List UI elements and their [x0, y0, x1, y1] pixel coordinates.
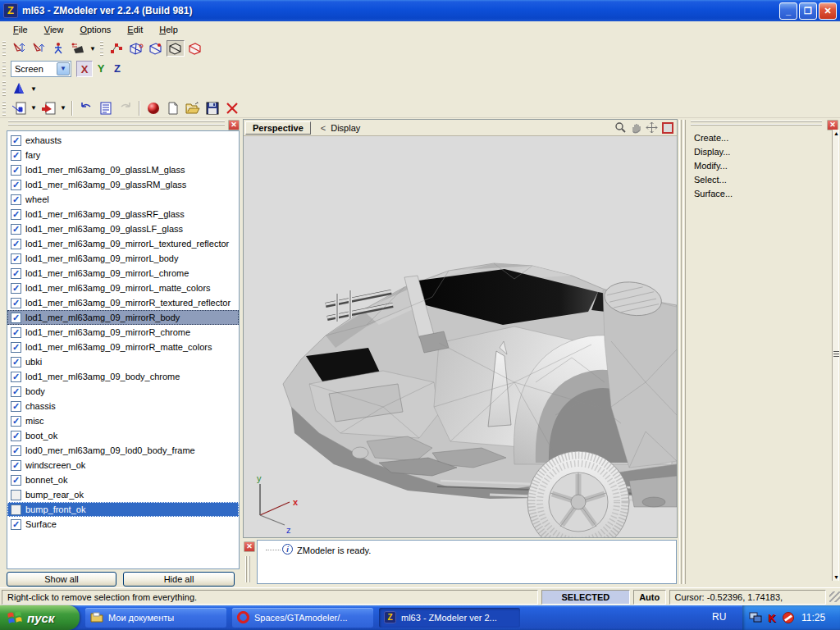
network-icon[interactable]	[749, 611, 762, 624]
list-item[interactable]: ✓lod1_mer_ml63amg_09_mirrorL_textured_re…	[7, 236, 239, 251]
orbit-icon[interactable]	[645, 121, 659, 135]
item-checkbox[interactable]: ✓	[11, 253, 21, 264]
edges-level-icon[interactable]	[127, 40, 145, 57]
item-checkbox[interactable]: ✓	[11, 401, 21, 412]
language-indicator[interactable]: RU	[712, 611, 726, 623]
item-checkbox[interactable]: ✓	[11, 135, 21, 146]
dropdown-caret-icon[interactable]: ▼	[30, 104, 37, 112]
kaspersky-icon[interactable]: K	[765, 611, 778, 624]
blocked-icon[interactable]	[782, 611, 795, 624]
menu-file[interactable]: File	[5, 23, 36, 36]
maximize-viewport-icon[interactable]	[660, 121, 674, 135]
undo-icon[interactable]	[77, 100, 95, 116]
list-item[interactable]: bump_rear_ok	[7, 487, 239, 502]
mode-indicator[interactable]: SELECTED MODE	[541, 590, 630, 605]
item-checkbox[interactable]: ✓	[11, 372, 21, 382]
panel-grip[interactable]	[8, 121, 225, 127]
list-item[interactable]: ✓lod1_mer_ml63amg_09_mirrorL_matte_color…	[7, 281, 239, 295]
open-file-icon[interactable]	[184, 100, 202, 116]
vertices-level-icon[interactable]	[107, 40, 126, 57]
auto-toggle[interactable]: Auto	[633, 590, 666, 605]
panel-grip[interactable]	[245, 556, 252, 582]
list-item[interactable]: ✓wheel	[7, 192, 239, 207]
viewport-menu-label[interactable]: Display	[331, 123, 360, 133]
axis-y-button[interactable]: Y	[93, 61, 109, 77]
dropdown-caret-icon[interactable]: ▼	[30, 85, 37, 93]
menu-back-arrow[interactable]: <	[321, 123, 326, 133]
toolbar-grip[interactable]	[2, 41, 6, 56]
zoom-icon[interactable]	[614, 121, 628, 135]
task-button[interactable]: Zml63 - ZModeler ver 2...	[379, 608, 520, 628]
clock[interactable]: 11:25	[801, 612, 825, 623]
item-checkbox[interactable]: ✓	[11, 445, 21, 456]
item-checkbox[interactable]: ✓	[11, 460, 21, 471]
resize-grip[interactable]	[829, 591, 840, 602]
viewport-canvas[interactable]: y x z	[244, 136, 677, 537]
left-panel-close-icon[interactable]: ✕	[228, 120, 240, 130]
list-item[interactable]: ✓lod1_mer_ml63amg_09_glassLF_glass	[7, 221, 239, 236]
menu-help[interactable]: Help	[151, 23, 186, 36]
command-menu-scrollbar[interactable]: ▲ ▼	[832, 130, 839, 581]
animation-mode-icon[interactable]	[49, 40, 67, 57]
list-item[interactable]: ✓lod1_mer_ml63amg_09_glassRF_glass	[7, 207, 239, 221]
import-icon[interactable]	[10, 100, 28, 116]
history-log-icon[interactable]	[97, 100, 115, 116]
list-item[interactable]: ✓lod1_mer_ml63amg_09_mirrorR_textured_re…	[7, 295, 239, 310]
list-item[interactable]: ✓lod1_mer_ml63amg_09_mirrorL_body	[7, 251, 239, 266]
list-item[interactable]: ✓chassis	[7, 399, 239, 413]
command-surface[interactable]: Surface...	[694, 187, 817, 201]
toolbar-grip[interactable]	[2, 81, 6, 96]
gizmo-cone-icon[interactable]	[10, 80, 28, 97]
toolbar-grip[interactable]	[2, 62, 6, 76]
list-item[interactable]: ✓lod1_mer_ml63amg_09_mirrorR_chrome	[7, 325, 239, 340]
list-item[interactable]: ✓lod1_mer_ml63amg_09_mirrorL_chrome	[7, 266, 239, 281]
scroll-up-icon[interactable]: ▲	[833, 130, 840, 136]
list-item[interactable]: ✓lod0_mer_ml63amg_09_lod0_body_frame	[7, 443, 239, 458]
item-checkbox[interactable]: ✓	[11, 165, 21, 176]
item-checkbox[interactable]	[11, 490, 21, 500]
list-item[interactable]: ✓body	[7, 384, 239, 399]
material-editor-icon[interactable]	[144, 100, 162, 116]
hide-all-button[interactable]: Hide all	[123, 572, 235, 587]
redo-icon[interactable]	[116, 100, 135, 116]
panel-splitter[interactable]	[683, 120, 686, 584]
item-checkbox[interactable]	[11, 504, 21, 515]
select-move-down-icon[interactable]	[10, 40, 28, 57]
list-item[interactable]: ✓windscreen_ok	[7, 458, 239, 472]
list-item[interactable]: ✓misc	[7, 413, 239, 428]
tools-mode-icon[interactable]	[69, 40, 87, 57]
item-checkbox[interactable]: ✓	[11, 224, 21, 235]
command-display[interactable]: Display...	[694, 145, 817, 159]
panel-splitter[interactable]	[679, 120, 682, 584]
objects-level-icon[interactable]	[167, 40, 185, 57]
axis-z-button[interactable]: Z	[109, 61, 126, 77]
list-item[interactable]: bump_front_ok	[7, 502, 239, 517]
list-item[interactable]: ✓fary	[7, 148, 239, 162]
axis-x-button[interactable]: X	[76, 61, 93, 77]
command-create[interactable]: Create...	[694, 131, 817, 145]
panel-grip[interactable]	[691, 121, 822, 127]
scene-level-icon[interactable]	[186, 40, 204, 57]
item-checkbox[interactable]: ✓	[11, 180, 21, 190]
show-all-button[interactable]: Show all	[7, 572, 116, 587]
menu-options[interactable]: Options	[71, 23, 119, 36]
start-button[interactable]: пуск	[0, 605, 80, 630]
item-checkbox[interactable]: ✓	[11, 431, 21, 441]
close-button[interactable]: ✕	[819, 2, 837, 20]
pan-hand-icon[interactable]	[629, 121, 643, 135]
new-file-icon[interactable]	[164, 100, 182, 116]
item-checkbox[interactable]: ✓	[11, 386, 21, 397]
minimize-button[interactable]: _	[779, 2, 797, 20]
polygons-level-icon[interactable]	[147, 40, 165, 57]
toolbar-grip[interactable]	[100, 41, 103, 56]
toolbar-grip[interactable]	[2, 101, 6, 116]
delete-icon[interactable]	[223, 100, 241, 116]
command-select[interactable]: Select...	[694, 173, 817, 187]
command-modify[interactable]: Modify...	[694, 159, 817, 173]
item-checkbox[interactable]: ✓	[11, 519, 21, 530]
list-item[interactable]: ✓lod1_mer_ml63amg_09_body_chrome	[7, 369, 239, 384]
chevron-down-icon[interactable]: ▼	[57, 62, 70, 75]
item-checkbox[interactable]: ✓	[11, 416, 21, 427]
list-item[interactable]: ✓exhausts	[7, 133, 239, 148]
item-checkbox[interactable]: ✓	[11, 268, 21, 279]
